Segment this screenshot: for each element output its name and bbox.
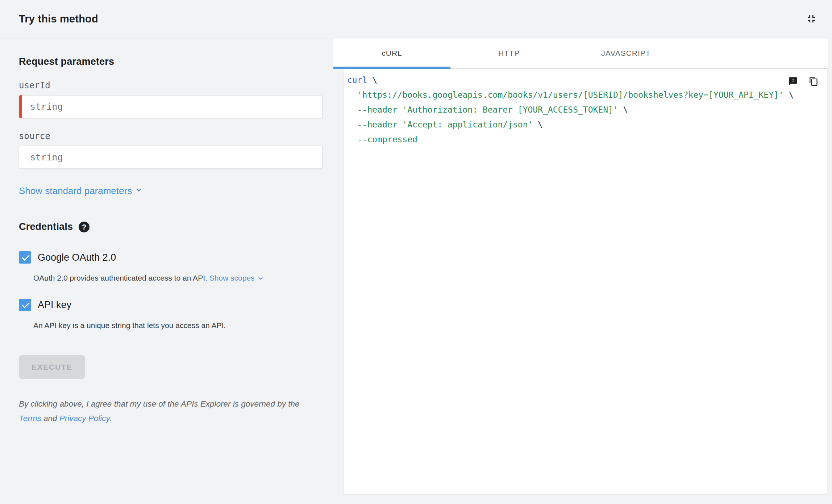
chevron-down-icon — [257, 275, 264, 284]
code-language-tabs: cURL HTTP JAVASCRIPT — [333, 38, 828, 69]
tab-http[interactable]: HTTP — [450, 38, 567, 68]
chevron-down-icon — [135, 185, 143, 197]
code-area: curl \ 'https://books.googleapis.com/boo… — [333, 69, 828, 504]
userid-field-label: userId — [19, 80, 319, 91]
oauth-checkbox[interactable] — [19, 251, 31, 264]
userid-input[interactable] — [19, 95, 323, 118]
help-icon[interactable]: ? — [79, 222, 90, 232]
show-scopes-link[interactable]: Show scopes — [209, 274, 255, 282]
request-parameters-heading: Request parameters — [19, 56, 319, 67]
copy-code-button[interactable] — [807, 75, 820, 88]
collapse-fullscreen-button[interactable] — [804, 11, 819, 26]
copy-icon — [809, 76, 819, 86]
api-key-checkbox-label: API key — [38, 299, 71, 311]
source-field-label: source — [19, 131, 319, 141]
fullscreen-exit-icon — [805, 13, 818, 25]
privacy-policy-link[interactable]: Privacy Policy — [59, 414, 109, 423]
oauth-checkbox-label: Google OAuth 2.0 — [38, 252, 116, 263]
source-field-wrap — [19, 146, 319, 169]
code-sample-panel: cURL HTTP JAVASCRIPT — [333, 38, 832, 504]
api-key-description: An API key is a unique string that lets … — [19, 321, 319, 330]
tab-curl[interactable]: cURL — [333, 38, 450, 68]
panel-title: Try this method — [19, 13, 98, 25]
source-input[interactable] — [19, 146, 323, 169]
oauth-description: OAuth 2.0 provides authenticated access … — [19, 274, 319, 284]
panel-header: Try this method — [0, 0, 832, 38]
credentials-heading: Credentials ? — [19, 221, 319, 232]
api-key-checkbox[interactable] — [19, 299, 31, 311]
code-block[interactable]: curl \ 'https://books.googleapis.com/boo… — [347, 73, 819, 147]
tab-javascript[interactable]: JAVASCRIPT — [567, 38, 685, 68]
code-card: curl \ 'https://books.googleapis.com/boo… — [343, 69, 828, 495]
show-standard-parameters-link[interactable]: Show standard parameters — [19, 185, 143, 197]
disclaimer-text: By clicking above, I agree that my use o… — [19, 397, 305, 426]
execute-button[interactable]: EXECUTE — [19, 355, 85, 379]
try-this-method-panel: Try this method Request parameters userI… — [0, 0, 832, 504]
api-key-credential-row[interactable]: API key — [19, 299, 319, 311]
request-form-panel: Request parameters userId source Show st… — [0, 38, 333, 504]
terms-link[interactable]: Terms — [19, 414, 41, 423]
userid-field-wrap — [19, 95, 319, 118]
feedback-button[interactable] — [787, 75, 799, 88]
oauth-credential-row[interactable]: Google OAuth 2.0 — [19, 251, 319, 264]
feedback-icon — [788, 76, 798, 86]
